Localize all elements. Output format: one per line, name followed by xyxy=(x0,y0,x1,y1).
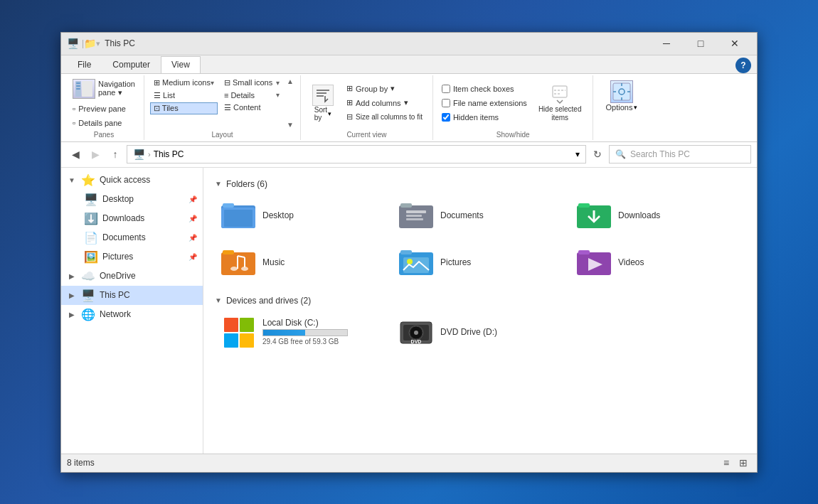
item-checkboxes-label[interactable]: Item check boxes xyxy=(439,83,530,95)
quick-access-expand-icon: ▼ xyxy=(67,175,77,185)
layout-details[interactable]: ≡ Details ▾ xyxy=(221,90,283,101)
folder-desktop-icon xyxy=(221,198,255,232)
search-icon: 🔍 xyxy=(615,149,626,159)
desktop-label: Desktop xyxy=(102,194,134,204)
svg-rect-46 xyxy=(240,333,254,348)
sort-label: Sortby xyxy=(314,106,327,122)
sidebar-item-onedrive[interactable]: ▶ ☁️ OneDrive xyxy=(61,267,203,286)
tab-view[interactable]: View xyxy=(161,56,201,73)
folder-downloads-tile[interactable]: Downloads xyxy=(570,193,745,237)
folders-chevron[interactable]: ▼ xyxy=(215,180,222,188)
refresh-button[interactable]: ↻ xyxy=(589,146,606,163)
drive-local-disk-tile[interactable]: Local Disk (C:) 29.4 GB free of 59.3 GB xyxy=(215,310,390,354)
onedrive-icon: ☁️ xyxy=(81,269,95,283)
panes-group-label: Panes xyxy=(94,129,114,139)
up-button[interactable]: ↑ xyxy=(107,146,124,163)
nav-pane-icon xyxy=(73,79,95,99)
folder-music-label: Music xyxy=(262,257,285,267)
ribbon-content: Navigation pane ▾ ▫ Preview pane ▫ Detai… xyxy=(61,74,757,142)
documents-pin-icon: 📌 xyxy=(188,234,197,242)
back-button[interactable]: ◀ xyxy=(67,146,84,163)
drives-chevron[interactable]: ▼ xyxy=(215,296,222,304)
drives-grid: Local Disk (C:) 29.4 GB free of 59.3 GB xyxy=(215,310,745,354)
sidebar-item-documents[interactable]: 📄 Documents 📌 xyxy=(78,228,203,247)
group-by-button[interactable]: ⊞ Group by ▾ xyxy=(342,82,427,95)
sidebar-item-this-pc[interactable]: ▶ 🖥️ This PC xyxy=(61,286,203,305)
sort-by-button[interactable]: Sortby ▾ xyxy=(307,83,339,123)
path-folder-icon: 🖥️ xyxy=(133,149,145,160)
quick-access-children: 🖥️ Desktop 📌 ⬇️ Downloads 📌 📄 Documents … xyxy=(61,190,203,267)
drive-d-info: DVD Drive (D:) xyxy=(440,327,497,337)
help-button[interactable]: ? xyxy=(735,58,751,73)
svg-rect-22 xyxy=(400,203,412,208)
folder-pictures-icon xyxy=(399,245,433,279)
tab-file[interactable]: File xyxy=(67,56,102,73)
layout-tiles[interactable]: ⊡ Tiles ▾ xyxy=(150,102,218,114)
close-button[interactable]: ✕ xyxy=(718,32,751,55)
sidebar-item-downloads[interactable]: ⬇️ Downloads 📌 xyxy=(78,209,203,228)
svg-rect-45 xyxy=(224,333,238,348)
forward-button[interactable]: ▶ xyxy=(87,146,104,163)
navigation-pane-button[interactable]: Navigation pane ▾ xyxy=(70,77,138,101)
address-path[interactable]: 🖥️ › This PC ▾ xyxy=(127,145,586,163)
tile-view-button[interactable]: ⊞ xyxy=(735,455,751,471)
details-pane-button[interactable]: ▫ Details pane xyxy=(70,117,124,129)
file-content: ▼ Folders (6) Desktop xyxy=(203,168,757,454)
svg-rect-2 xyxy=(76,82,80,84)
hide-selected-button[interactable]: Hide selecteditems xyxy=(533,82,588,124)
hidden-items-label[interactable]: Hidden items xyxy=(439,112,530,123)
path-text: This PC xyxy=(154,149,184,159)
file-extensions-label[interactable]: File name extensions xyxy=(439,97,530,109)
add-columns-button[interactable]: ⊞ Add columns ▾ xyxy=(342,97,427,109)
folder-desktop-tile[interactable]: Desktop xyxy=(215,193,390,237)
minimize-button[interactable]: ─ xyxy=(650,32,683,55)
svg-rect-3 xyxy=(76,85,80,87)
drive-c-bar-bg xyxy=(262,329,348,336)
layout-scroll-up[interactable]: ▲ xyxy=(286,77,294,86)
status-bar: 8 items ≡ ⊞ xyxy=(61,454,757,472)
checkboxes: Item check boxes File name extensions Hi… xyxy=(439,83,530,123)
folder-music-tile[interactable]: Music xyxy=(215,240,390,284)
folder-videos-tile[interactable]: Videos xyxy=(570,240,745,284)
layout-medium-icons[interactable]: ⊞ Medium icons ▾ xyxy=(150,77,218,89)
tab-computer[interactable]: Computer xyxy=(102,56,161,73)
sidebar-item-network[interactable]: ▶ 🌐 Network xyxy=(61,305,203,324)
svg-rect-1 xyxy=(82,81,92,97)
sidebar-item-desktop[interactable]: 🖥️ Desktop 📌 xyxy=(78,190,203,209)
window: 🖥️ | 📁 ▾ This PC ─ □ ✕ File Computer Vie… xyxy=(60,32,758,473)
layout-list[interactable]: ☰ List xyxy=(150,90,218,102)
layout-small-icons[interactable]: ⊟ Small icons ▾ xyxy=(221,77,283,89)
preview-pane-button[interactable]: ▫ Preview pane xyxy=(70,102,129,115)
drive-dvd-tile[interactable]: DVD DVD Drive (D:) xyxy=(393,310,568,354)
item-checkboxes-input[interactable] xyxy=(442,85,450,93)
size-columns-button[interactable]: ⊟ Size all columns to fit xyxy=(342,111,427,123)
svg-point-39 xyxy=(407,259,413,264)
sidebar-item-pictures[interactable]: 🖼️ Pictures 📌 xyxy=(78,247,203,267)
folder-pictures-tile[interactable]: Pictures xyxy=(393,240,568,284)
options-label: Options xyxy=(605,103,632,112)
hide-selected-icon xyxy=(550,84,570,105)
maximize-button[interactable]: □ xyxy=(684,32,717,55)
svg-rect-27 xyxy=(578,203,590,208)
list-view-button[interactable]: ≡ xyxy=(718,455,734,471)
size-columns-icon: ⊟ xyxy=(346,112,353,122)
layout-content[interactable]: ☰ Content ▾ xyxy=(221,102,283,114)
folders-label: Folders (6) xyxy=(226,179,267,189)
sidebar-item-quick-access[interactable]: ▼ ⭐ Quick access xyxy=(61,171,203,190)
downloads-label: Downloads xyxy=(102,213,144,223)
drive-d-icon: DVD xyxy=(399,315,433,349)
layout-scroll-down[interactable]: ▼ xyxy=(286,120,294,129)
drive-c-icon xyxy=(221,315,255,349)
pictures-pin-icon: 📌 xyxy=(188,253,197,261)
nav-pane-arrow: ▾ xyxy=(118,88,122,97)
hidden-items-input[interactable] xyxy=(442,113,450,122)
folders-grid: Desktop Documents xyxy=(215,193,745,284)
drives-section-header: ▼ Devices and drives (2) xyxy=(215,290,745,310)
file-extensions-input[interactable] xyxy=(442,99,450,107)
downloads-icon: ⬇️ xyxy=(84,212,98,225)
path-chevron: › xyxy=(148,150,151,159)
options-button[interactable]: Options ▾ xyxy=(599,77,644,115)
folder-documents-tile[interactable]: Documents xyxy=(393,193,568,237)
search-box[interactable]: 🔍 Search This PC xyxy=(609,145,751,163)
this-pc-icon: 🖥️ xyxy=(81,289,95,302)
